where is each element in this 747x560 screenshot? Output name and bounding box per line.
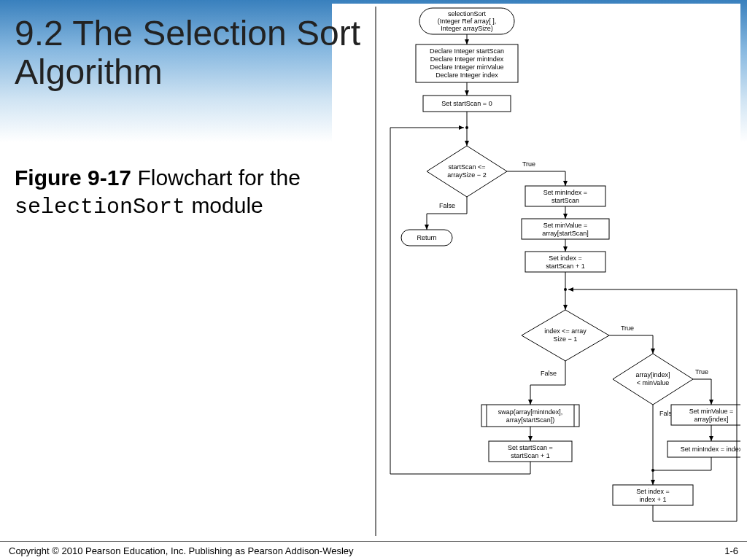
svg-text:Set startScan =: Set startScan = (508, 444, 553, 451)
caption-code: selectionSort (15, 195, 185, 219)
svg-text:Return: Return (417, 234, 436, 241)
svg-text:Declare Integer index: Declare Integer index (436, 71, 498, 79)
svg-text:index + 1: index + 1 (640, 496, 667, 503)
svg-text:Set minIndex =: Set minIndex = (543, 189, 587, 196)
svg-text:arraySize − 2: arraySize − 2 (447, 171, 486, 179)
svg-text:startScan + 1: startScan + 1 (546, 262, 584, 270)
svg-text:startScan <=: startScan <= (448, 163, 485, 171)
svg-text:Set minValue =: Set minValue = (689, 408, 734, 415)
svg-text:Set minIndex = index: Set minIndex = index (681, 446, 740, 453)
svg-text:array[startScan]: array[startScan] (542, 230, 589, 237)
flowchart-diagram: selectionSort (Integer Ref array[ ], Int… (332, 4, 740, 536)
svg-text:(Integer Ref array[ ],: (Integer Ref array[ ], (438, 18, 497, 25)
svg-text:Set index =: Set index = (549, 254, 581, 262)
figure-caption: Figure 9-17 Flowchart for the selectionS… (15, 164, 321, 221)
svg-text:index <= array: index <= array (544, 327, 587, 335)
svg-text:Set index =: Set index = (636, 488, 669, 495)
svg-text:array[index]: array[index] (694, 416, 728, 423)
svg-text:startScan: startScan (551, 197, 579, 204)
svg-text:selectionSort: selectionSort (448, 10, 487, 18)
footer: Copyright © 2010 Pearson Education, Inc.… (0, 541, 747, 560)
svg-text:Declare Integer minIndex: Declare Integer minIndex (430, 55, 504, 63)
svg-text:< minValue: < minValue (637, 379, 670, 386)
caption-text-2: module (185, 193, 263, 217)
svg-text:Integer arraySize): Integer arraySize) (441, 25, 493, 32)
svg-text:False: False (541, 370, 557, 377)
svg-text:Declare Integer startScan: Declare Integer startScan (430, 47, 504, 55)
svg-text:Set minValue =: Set minValue = (543, 222, 588, 229)
page-number: 1-6 (724, 545, 738, 556)
svg-text:Set startScan = 0: Set startScan = 0 (441, 100, 492, 107)
copyright-text: Copyright © 2010 Pearson Education, Inc.… (9, 545, 354, 556)
caption-text-1: Flowchart for the (131, 166, 301, 190)
svg-text:array[index]: array[index] (635, 371, 670, 378)
svg-text:swap(array[minIndex],: swap(array[minIndex], (498, 408, 563, 416)
svg-text:True: True (695, 368, 708, 376)
figure-number: Figure 9-17 (15, 166, 131, 190)
svg-text:Declare Integer minValue: Declare Integer minValue (430, 63, 504, 71)
svg-text:array[startScan]): array[startScan]) (506, 416, 555, 424)
page-title: 9.2 The Selection Sort Algorithm (15, 15, 379, 92)
svg-text:True: True (621, 324, 634, 332)
svg-text:False: False (439, 202, 455, 209)
svg-text:startScan + 1: startScan + 1 (511, 452, 549, 459)
svg-text:Size − 1: Size − 1 (554, 335, 578, 343)
svg-text:True: True (522, 160, 535, 168)
